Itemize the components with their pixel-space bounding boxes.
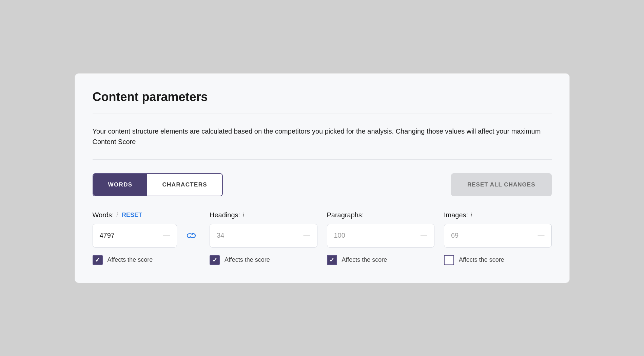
headings-minus-button[interactable]: — (304, 232, 310, 239)
words-affects-score-checkbox[interactable]: ✓ (93, 255, 103, 265)
paragraphs-number-input: 100 — (327, 224, 435, 248)
headings-input-row: 34 — (210, 224, 317, 248)
words-reset-link[interactable]: RESET (122, 212, 142, 219)
link-icon[interactable] (182, 227, 200, 244)
images-number-input: 69 — (444, 224, 552, 248)
page-title: Content parameters (93, 90, 552, 104)
words-toggle-button[interactable]: WORDS (93, 174, 148, 196)
headings-checkbox-row: ✓ Affects the score (210, 255, 317, 265)
headings-affects-score-checkbox[interactable]: ✓ (210, 255, 220, 265)
words-checkbox-row: ✓ Affects the score (93, 255, 200, 265)
content-parameters-card: Content parameters Your content structur… (75, 73, 570, 283)
words-minus-button[interactable]: — (163, 232, 170, 239)
characters-toggle-button[interactable]: CHARACTERS (147, 174, 222, 196)
field-group-images: Images: i 69 — Affects the score (444, 211, 552, 265)
images-info-icon[interactable]: i (471, 212, 472, 218)
paragraphs-minus-button[interactable]: — (421, 232, 427, 239)
toggle-group: WORDS CHARACTERS (93, 173, 223, 196)
paragraphs-value: 100 (334, 232, 345, 239)
images-input-row: 69 — (444, 224, 552, 248)
images-label-row: Images: i (444, 211, 552, 219)
words-label: Words: (93, 211, 114, 219)
fields-row: Words: i RESET 4797 — ✓ (93, 211, 552, 265)
paragraphs-label-row: Paragraphs: (327, 211, 435, 219)
images-value: 69 (451, 232, 458, 239)
headings-number-input: 34 — (210, 224, 317, 248)
images-checkbox-row: Affects the score (444, 255, 552, 265)
field-group-headings: Headings: i 34 — ✓ Affects the score (210, 211, 317, 265)
controls-row: WORDS CHARACTERS RESET ALL CHANGES (93, 173, 552, 196)
reset-all-button[interactable]: RESET ALL CHANGES (451, 173, 552, 196)
field-group-paragraphs: Paragraphs: 100 — ✓ Affects the score (327, 211, 435, 265)
words-checkmark: ✓ (95, 256, 100, 264)
headings-info-icon[interactable]: i (243, 212, 244, 218)
headings-checkmark: ✓ (212, 256, 217, 264)
words-affects-label: Affects the score (108, 256, 153, 263)
headings-value: 34 (217, 232, 224, 239)
images-label: Images: (444, 211, 468, 219)
images-minus-button[interactable]: — (538, 232, 545, 239)
words-number-input: 4797 — (93, 224, 177, 248)
headings-label: Headings: (210, 211, 240, 219)
paragraphs-checkbox-row: ✓ Affects the score (327, 255, 435, 265)
paragraphs-affects-label: Affects the score (342, 256, 387, 263)
images-affects-score-checkbox[interactable] (444, 255, 454, 265)
paragraphs-affects-score-checkbox[interactable]: ✓ (327, 255, 337, 265)
divider-2 (93, 159, 552, 160)
description-text: Your content structure elements are calc… (93, 126, 552, 147)
images-affects-label: Affects the score (459, 256, 504, 263)
paragraphs-checkmark: ✓ (329, 256, 334, 264)
words-input-row: 4797 — (93, 224, 200, 248)
field-group-words: Words: i RESET 4797 — ✓ (93, 211, 200, 265)
words-label-row: Words: i RESET (93, 211, 200, 219)
words-value: 4797 (100, 232, 115, 239)
divider-1 (93, 114, 552, 114)
headings-affects-label: Affects the score (225, 256, 270, 263)
paragraphs-label: Paragraphs: (327, 211, 364, 219)
headings-label-row: Headings: i (210, 211, 317, 219)
paragraphs-input-row: 100 — (327, 224, 435, 248)
words-info-icon[interactable]: i (116, 212, 118, 218)
